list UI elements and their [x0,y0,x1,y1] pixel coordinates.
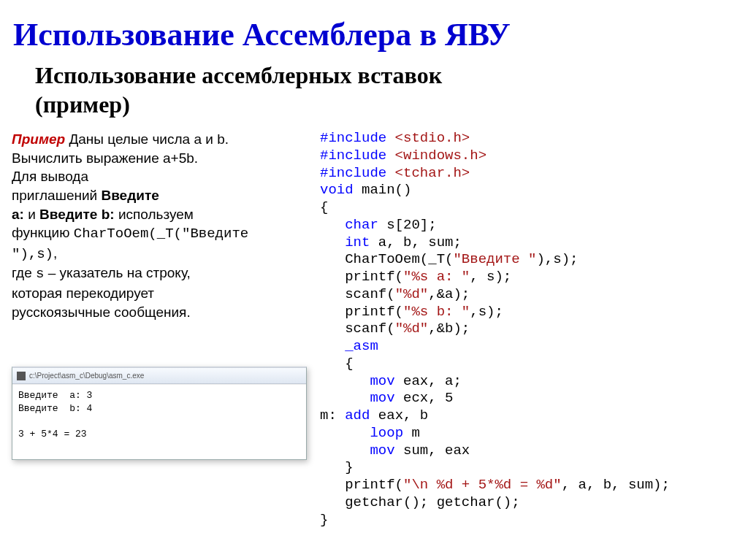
slide-title: Использование Ассемблера в ЯВУ [0,0,748,61]
console-title: c:\Project\asm_c\Debug\asm_c.exe [29,372,144,380]
text: функцию [12,225,74,240]
text: которая перекодирует [12,285,154,301]
code-text: } [320,512,328,528]
text: и [24,207,39,222]
code-text: m [403,425,420,441]
code-inline: "),s) [12,246,53,262]
asm-op: mov [370,442,394,459]
string: "%d" [395,321,429,337]
keyword: #include [320,147,386,164]
code-text [320,390,370,406]
code-text: ,s); [470,304,503,320]
code-text [320,234,345,250]
code-block: #include <stdio.h> #include <windows.h> … [320,130,729,529]
text: приглашений [12,188,101,203]
code-text: , a, b, sum); [562,477,670,493]
string: "%d" [395,286,429,302]
example-text: Пример Даны целые числа a и b. Вычислить… [12,130,304,321]
code-text: main() [354,182,412,198]
code-text: sum, eax [395,442,470,459]
keyword: void [320,182,354,198]
keyword: _asm [345,338,378,354]
code-text [320,217,345,233]
console-window: c:\Project\asm_c\Debug\asm_c.exe Введите… [12,367,307,460]
string: "Введите " [453,251,536,267]
text: используем [115,207,194,222]
text: Даны целые числа a и b. [65,131,229,147]
string: "%s a: " [403,269,470,285]
text: русскоязычные сообщения. [12,304,191,320]
text-bold: Введите b: [39,207,115,222]
slide-subtitle: Использование ассемблерных вставок(приме… [0,61,748,132]
code-text: printf( [320,477,403,493]
code-text: a, b, sum; [370,234,461,250]
code-text: eax, b [370,407,428,423]
code-text: printf( [320,269,403,285]
code-text [320,425,370,441]
include-path: <tchar.h> [386,165,470,181]
example-label: Пример [12,131,65,147]
code-text: CharToOem(_T( [320,251,453,267]
keyword: int [345,234,370,250]
code-text: ,&b); [428,321,470,337]
string: "%s b: " [403,304,470,320]
code-text: scanf( [320,321,395,337]
keyword: char [345,217,378,233]
text: Вычислить выражение a+5b. [12,150,198,166]
text-bold: a: [12,207,24,222]
asm-op: add [345,407,370,423]
code-text: { [320,356,354,372]
text: – указатель на строку, [44,265,190,280]
include-path: <stdio.h> [386,130,470,146]
code-text: getchar(); getchar(); [320,494,520,510]
code-text: ,&a); [428,286,470,302]
code-text: s[20]; [378,217,437,233]
include-path: <windows.h> [386,147,486,164]
code-text: } [320,459,354,475]
string: "\n %d + 5*%d = %d" [403,477,562,493]
code-text: , s); [470,269,511,285]
code-text: eax, a; [395,373,462,389]
code-inline: s [36,266,44,282]
code-text: scanf( [320,286,395,302]
asm-op: loop [370,425,403,441]
asm-op: mov [370,390,394,406]
code-text [320,338,345,354]
code-text: printf( [320,304,403,320]
keyword: #include [320,130,386,146]
keyword: #include [320,165,386,181]
asm-op: mov [370,373,394,389]
code-text: { [320,199,328,215]
code-text [320,373,370,389]
console-titlebar: c:\Project\asm_c\Debug\asm_c.exe [12,368,306,384]
text: Для вывода [12,169,88,184]
text: , [53,245,57,261]
console-output: Введите a: 3 Введите b: 4 3 + 5*4 = 23 [12,384,306,459]
text: где [12,265,36,280]
app-icon [17,372,26,380]
code-text [320,442,370,459]
code-text: m: [320,407,345,423]
code-inline: CharToOem(_T("Введите [74,226,248,242]
text-bold: Введите [101,188,159,203]
code-text: ecx, 5 [395,390,454,406]
code-text: ),s); [536,251,578,267]
